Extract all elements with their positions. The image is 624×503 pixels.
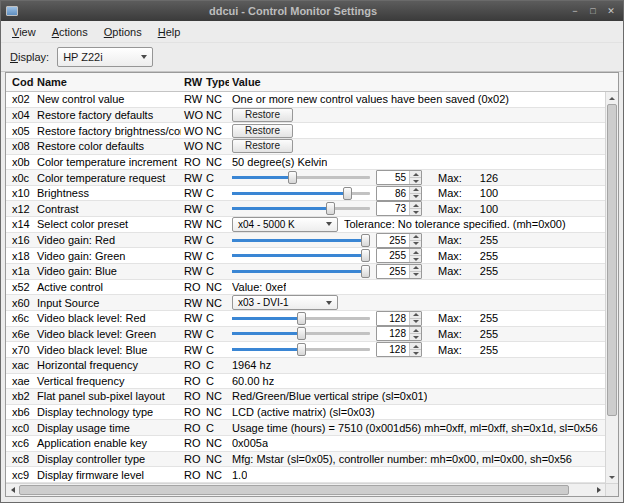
feature-name: Restore color defaults xyxy=(34,140,181,152)
feature-spinbox[interactable]: 73 xyxy=(376,201,422,216)
menu-actions[interactable]: Actions xyxy=(44,23,96,41)
table-row[interactable]: xc0Display usage timeROCUsage time (hour… xyxy=(6,420,605,436)
slider-handle[interactable] xyxy=(297,312,306,325)
table-row[interactable]: x14Select color presetRWNCx04 - 5000 KTo… xyxy=(6,217,605,233)
slider-handle[interactable] xyxy=(361,265,370,278)
table-row[interactable]: x70Video black level: BlueRWC128Max:255 xyxy=(6,342,605,358)
table-row[interactable]: xc6Application enable keyRONC0x005a xyxy=(6,436,605,452)
slider-handle[interactable] xyxy=(288,171,297,184)
table-row[interactable]: x6cVideo black level: RedRWC128Max:255 xyxy=(6,311,605,327)
table-row[interactable]: x18Video gain: GreenRWC255Max:255 xyxy=(6,248,605,264)
table-row[interactable]: x10BrightnessRWC86Max:100 xyxy=(6,186,605,202)
feature-value-cell: Red/Green/Blue vertical stripe (sl=0x01) xyxy=(229,390,605,402)
restore-button[interactable]: Restore xyxy=(232,139,293,153)
slider-handle[interactable] xyxy=(326,202,335,215)
table-row[interactable]: xc8Display controller typeRONCMfg: Mstar… xyxy=(6,452,605,468)
table-row[interactable]: xb6Display technology typeRONCLCD (activ… xyxy=(6,405,605,421)
max-label: Max: xyxy=(438,172,462,184)
scroll-right-button[interactable] xyxy=(592,484,605,496)
table-row[interactable]: x12ContrastRWC73Max:100 xyxy=(6,201,605,217)
feature-slider[interactable] xyxy=(232,202,370,215)
feature-spinbox[interactable]: 55 xyxy=(376,170,422,185)
spinbox-down-button[interactable] xyxy=(410,255,421,262)
slider-handle[interactable] xyxy=(361,234,370,247)
header-value[interactable]: Value xyxy=(229,76,618,88)
minimize-button[interactable]: − xyxy=(568,4,582,18)
slider-handle[interactable] xyxy=(297,343,306,356)
feature-slider[interactable] xyxy=(232,343,370,356)
table-row[interactable]: x05Restore factory brightness/contrastWO… xyxy=(6,123,605,139)
scroll-left-button[interactable] xyxy=(6,484,19,496)
feature-combo[interactable]: x03 - DVI-1 xyxy=(232,295,338,310)
feature-combo-value: x03 - DVI-1 xyxy=(238,297,289,308)
feature-code: xb2 xyxy=(6,390,34,402)
menu-help[interactable]: Help xyxy=(150,23,189,41)
feature-rw: RO xyxy=(181,453,203,465)
table-row[interactable]: x6eVideo black level: GreenRWC128Max:255 xyxy=(6,327,605,343)
maximize-button[interactable]: □ xyxy=(586,4,600,18)
feature-slider[interactable] xyxy=(232,327,370,340)
display-combo-value: HP Z22i xyxy=(63,51,103,63)
spinbox-down-button[interactable] xyxy=(410,177,421,184)
feature-value-cell: Usage time (hours) = 7510 (0x001d56) mh=… xyxy=(229,422,605,434)
spinbox-down-button[interactable] xyxy=(410,333,421,340)
feature-spinbox[interactable]: 128 xyxy=(376,342,422,357)
close-button[interactable]: ✕ xyxy=(604,4,618,18)
header-rw[interactable]: RW xyxy=(181,76,203,88)
feature-slider[interactable] xyxy=(232,312,370,325)
table-row[interactable]: xaeVertical frequencyROC60.00 hz xyxy=(6,374,605,390)
scroll-down-button[interactable] xyxy=(606,471,618,483)
table-row[interactable]: x0cColor temperature requestRWC55Max:126 xyxy=(6,170,605,186)
header-name[interactable]: Name xyxy=(34,76,181,88)
feature-spinbox[interactable]: 255 xyxy=(376,233,422,248)
slider-handle[interactable] xyxy=(297,327,306,340)
spinbox-down-button[interactable] xyxy=(410,240,421,247)
table-row[interactable]: x1aVideo gain: BlueRWC255Max:255 xyxy=(6,264,605,280)
table-row[interactable]: x0bColor temperature incrementRONC50 deg… xyxy=(6,155,605,171)
table-row[interactable]: x60Input SourceRWNCx03 - DVI-1 xyxy=(6,295,605,311)
vertical-scroll-thumb[interactable] xyxy=(607,104,617,416)
spinbox-down-button[interactable] xyxy=(410,318,421,325)
feature-slider[interactable] xyxy=(232,265,370,278)
feature-spinbox[interactable]: 128 xyxy=(376,311,422,326)
table-row[interactable]: x16Video gain: RedRWC255Max:255 xyxy=(6,233,605,249)
horizontal-scrollbar[interactable] xyxy=(6,483,605,496)
display-combo[interactable]: HP Z22i xyxy=(57,47,153,67)
menu-view[interactable]: View xyxy=(4,23,44,41)
horizontal-scroll-track[interactable] xyxy=(19,484,592,496)
feature-slider[interactable] xyxy=(232,187,370,200)
feature-slider[interactable] xyxy=(232,249,370,262)
slider-handle[interactable] xyxy=(343,187,352,200)
feature-spinbox[interactable]: 128 xyxy=(376,326,422,341)
spinbox-down-button[interactable] xyxy=(410,271,421,278)
feature-spinbox[interactable]: 255 xyxy=(376,264,422,279)
restore-button[interactable]: Restore xyxy=(232,108,293,122)
header-type[interactable]: Type xyxy=(203,76,229,88)
header-code[interactable]: Code xyxy=(6,76,34,88)
feature-spinbox[interactable]: 86 xyxy=(376,186,422,201)
vertical-scroll-track[interactable] xyxy=(606,104,618,471)
feature-combo[interactable]: x04 - 5000 K xyxy=(232,217,338,232)
restore-button[interactable]: Restore xyxy=(232,124,293,138)
spinbox-down-button[interactable] xyxy=(410,349,421,356)
table-row[interactable]: xacHorizontal frequencyROC1964 hz xyxy=(6,358,605,374)
feature-slider[interactable] xyxy=(232,234,370,247)
table-row[interactable]: xc9Display firmware levelRONC1.0 xyxy=(6,467,605,483)
table-row[interactable]: x52Active controlRONCValue: 0xef xyxy=(6,280,605,296)
spinbox-down-button[interactable] xyxy=(410,208,421,215)
slider-fill xyxy=(232,239,370,242)
table-row[interactable]: x04Restore factory defaultsWONCRestore xyxy=(6,108,605,124)
feature-code: xb6 xyxy=(6,406,34,418)
titlebar[interactable]: ddcui - Control Monitor Settings − □ ✕ xyxy=(1,1,623,21)
table-row[interactable]: x02New control valueRWNCOne or more new … xyxy=(6,92,605,108)
table-row[interactable]: xb2Flat panel sub-pixel layoutRONCRed/Gr… xyxy=(6,389,605,405)
horizontal-scroll-thumb[interactable] xyxy=(19,485,569,495)
menu-options[interactable]: Options xyxy=(96,23,150,41)
spinbox-down-button[interactable] xyxy=(410,193,421,200)
feature-spinbox[interactable]: 255 xyxy=(376,248,422,263)
vertical-scrollbar[interactable] xyxy=(605,92,618,483)
slider-handle[interactable] xyxy=(361,249,370,262)
table-row[interactable]: x08Restore color defaultsWONCRestore xyxy=(6,139,605,155)
feature-slider[interactable] xyxy=(232,171,370,184)
scroll-up-button[interactable] xyxy=(606,92,618,104)
